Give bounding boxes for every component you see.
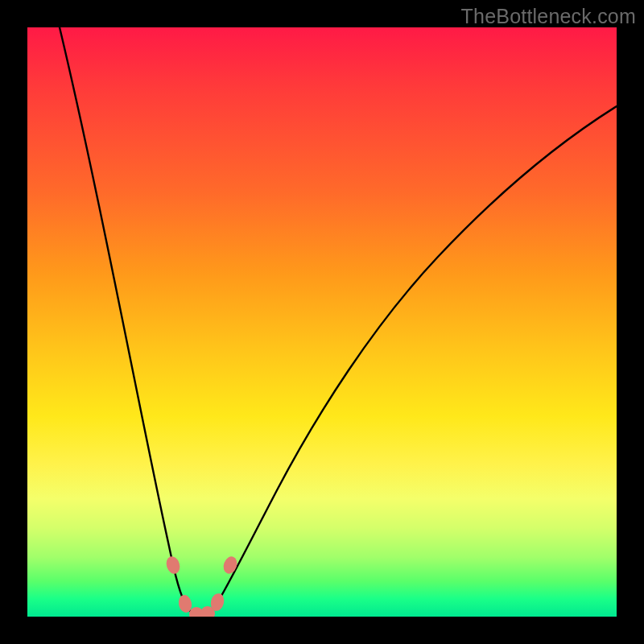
curve-path (60, 27, 617, 616)
bottleneck-curve (27, 27, 617, 617)
curve-marker (164, 555, 182, 576)
watermark-text: TheBottleneck.com (461, 5, 636, 28)
curve-marker (221, 555, 240, 576)
plot-area (27, 27, 617, 617)
chart-frame: TheBottleneck.com (0, 0, 644, 644)
